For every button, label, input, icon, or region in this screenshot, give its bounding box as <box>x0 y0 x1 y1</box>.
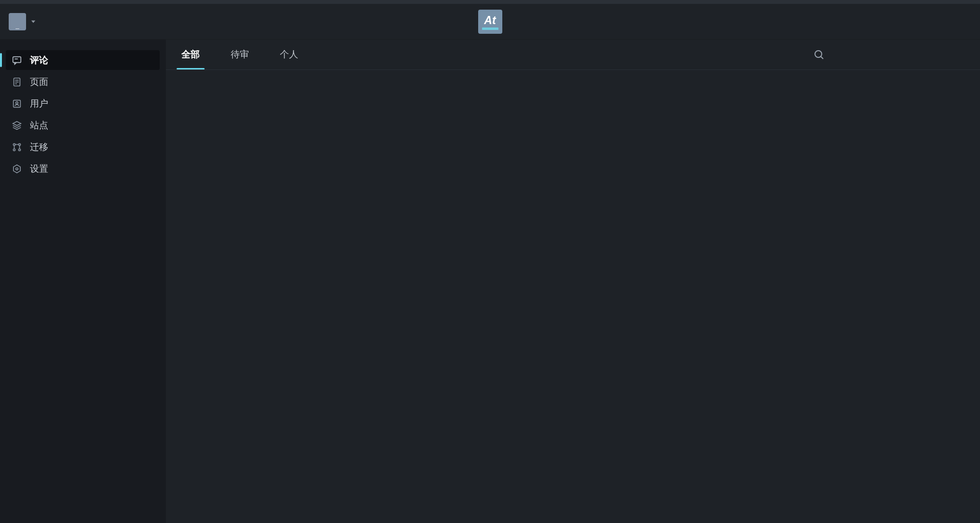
sidebar-item-label: 迁移 <box>30 141 48 153</box>
svg-point-11 <box>13 149 15 151</box>
site-switcher[interactable]: _ <box>9 13 36 30</box>
brand-underline <box>482 28 498 30</box>
brand-text: At <box>484 15 496 26</box>
svg-point-18 <box>815 51 822 57</box>
chevron-down-icon <box>31 19 36 24</box>
svg-marker-8 <box>13 121 21 125</box>
page-icon <box>12 77 22 87</box>
sidebar-item-comments[interactable]: 评论 <box>6 50 160 70</box>
search-icon <box>813 49 825 60</box>
svg-marker-16 <box>14 165 20 173</box>
gear-icon <box>12 164 22 174</box>
tab-label: 全部 <box>181 48 200 61</box>
tab-label: 待审 <box>231 48 249 61</box>
svg-rect-0 <box>13 56 21 62</box>
sidebar-item-pages[interactable]: 页面 <box>6 72 160 92</box>
sidebar-item-label: 评论 <box>30 54 48 67</box>
transfer-icon <box>12 142 22 152</box>
svg-point-17 <box>16 167 18 170</box>
site-avatar: _ <box>9 13 26 30</box>
sidebar-item-sites[interactable]: 站点 <box>6 115 160 135</box>
svg-point-12 <box>18 149 20 151</box>
svg-line-19 <box>821 56 823 59</box>
sidebar-item-label: 设置 <box>30 163 48 175</box>
tabs-row: 全部 待审 个人 <box>166 40 980 70</box>
tab-personal[interactable]: 个人 <box>264 40 314 69</box>
site-avatar-label: _ <box>15 22 19 29</box>
user-icon <box>12 98 22 109</box>
sidebar-item-migrate[interactable]: 迁移 <box>6 137 160 157</box>
layers-icon <box>12 120 22 131</box>
sidebar-item-label: 页面 <box>30 76 48 88</box>
comment-icon <box>12 55 22 66</box>
sidebar-item-label: 用户 <box>30 97 48 110</box>
search-button[interactable] <box>809 45 828 64</box>
svg-point-10 <box>18 143 20 145</box>
sidebar-item-label: 站点 <box>30 119 48 132</box>
tabs: 全部 待审 个人 <box>166 40 314 69</box>
sidebar-item-settings[interactable]: 设置 <box>6 159 160 179</box>
svg-point-7 <box>16 101 18 104</box>
content-area <box>166 70 980 523</box>
tab-all[interactable]: 全部 <box>166 40 215 69</box>
main-content: 全部 待审 个人 <box>166 40 980 523</box>
svg-point-9 <box>13 143 15 145</box>
brand-logo: At <box>478 10 502 34</box>
app-header: _ At <box>0 4 980 40</box>
app-body: 评论 页面 用户 <box>0 40 980 523</box>
tab-label: 个人 <box>280 48 298 61</box>
tab-pending[interactable]: 待审 <box>215 40 264 69</box>
window-top-strip <box>0 0 980 4</box>
sidebar: 评论 页面 用户 <box>0 40 166 523</box>
sidebar-item-users[interactable]: 用户 <box>6 94 160 113</box>
